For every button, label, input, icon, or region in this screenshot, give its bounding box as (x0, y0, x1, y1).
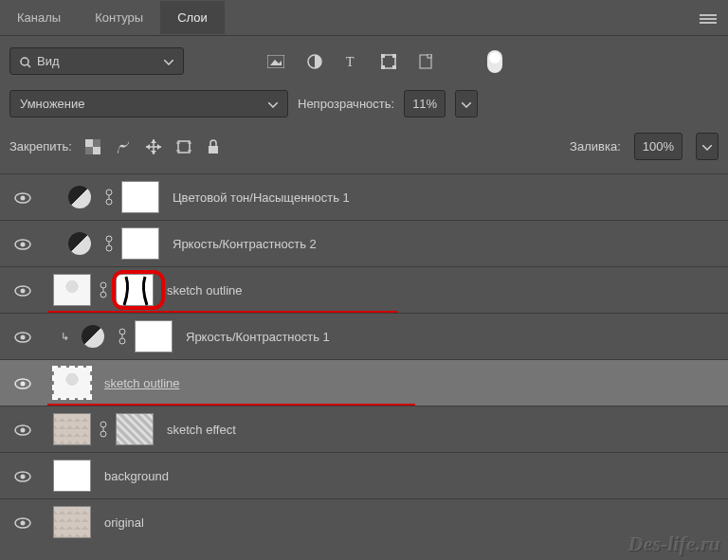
svg-point-29 (21, 196, 26, 201)
mask-thumb[interactable] (135, 320, 173, 352)
fill-label: Заливка: (570, 139, 621, 154)
lock-position-icon[interactable] (146, 138, 161, 154)
svg-point-41 (100, 292, 106, 298)
svg-rect-12 (381, 65, 385, 69)
link-icon (114, 327, 131, 346)
mask-thumb[interactable] (121, 181, 159, 213)
toolbar-row-3: Закрепить: Заливка: 100% (0, 127, 728, 173)
opacity-chevron[interactable] (455, 90, 478, 117)
layer-row-hue-sat[interactable]: Цветовой тон/Насыщенность 1 (0, 173, 728, 220)
svg-point-53 (100, 431, 106, 437)
opacity-label: Непрозрачность: (298, 97, 394, 111)
svg-point-31 (106, 199, 112, 205)
layer-thumb[interactable] (53, 506, 91, 538)
svg-marker-6 (270, 60, 282, 65)
layer-thumb[interactable] (53, 460, 91, 492)
layer-name: original (104, 515, 144, 530)
link-icon (100, 234, 118, 253)
svg-point-49 (21, 382, 26, 387)
lock-artboard-icon[interactable] (176, 138, 191, 154)
tab-layers[interactable]: Слои (160, 1, 225, 34)
lock-transparent-icon[interactable] (85, 138, 100, 154)
visibility-toggle[interactable] (4, 423, 42, 437)
opacity-value: 11% (412, 97, 437, 111)
adjustment-icon (82, 325, 104, 348)
layer-row-background[interactable]: background (0, 452, 728, 498)
visibility-toggle[interactable] (4, 376, 42, 390)
link-icon (100, 188, 118, 207)
layer-name: sketch outline (167, 283, 243, 298)
filter-pixel-icon[interactable] (267, 53, 284, 69)
svg-point-40 (100, 282, 106, 288)
tab-channels[interactable]: Каналы (0, 1, 78, 34)
svg-point-52 (100, 422, 106, 427)
svg-point-45 (119, 329, 125, 334)
visibility-toggle[interactable] (4, 515, 42, 530)
lock-all-icon[interactable] (207, 138, 220, 154)
mask-thumb[interactable] (116, 274, 154, 306)
svg-point-58 (21, 521, 26, 526)
filter-icons: T (267, 53, 432, 69)
svg-point-44 (21, 335, 26, 340)
visibility-toggle[interactable] (4, 237, 42, 251)
svg-rect-27 (209, 146, 218, 154)
svg-point-34 (21, 243, 26, 247)
layer-row-sketch-outline-2[interactable]: sketch outline (0, 359, 728, 406)
layer-name: Цветовой тон/Насыщенность 1 (173, 190, 350, 205)
lock-pixels-icon[interactable] (116, 138, 131, 154)
clip-indicator-icon: ↳ (61, 331, 74, 343)
tab-paths[interactable]: Контуры (78, 1, 160, 34)
layer-thumb[interactable] (53, 367, 91, 399)
filter-adjust-icon[interactable] (307, 53, 322, 69)
visibility-toggle[interactable] (4, 330, 42, 344)
layer-row-bright-contrast-1[interactable]: ↳ Яркость/Контрастность 1 (0, 313, 728, 359)
layer-row-sketch-effect[interactable]: sketch effect (0, 406, 728, 452)
chevron-down-icon (164, 54, 173, 68)
layers-list: Цветовой тон/Насыщенность 1 Яркость/Конт… (0, 173, 728, 545)
layer-name: Яркость/Контрастность 1 (186, 330, 330, 344)
svg-point-35 (106, 236, 112, 242)
visibility-toggle[interactable] (4, 469, 42, 483)
adjustment-icon (68, 232, 91, 255)
svg-point-39 (21, 289, 26, 294)
svg-point-51 (21, 428, 26, 433)
link-icon (95, 420, 112, 439)
filter-shape-icon[interactable] (381, 53, 396, 69)
layer-name: sketch effect (167, 423, 236, 437)
layer-row-sketch-outline-1[interactable]: sketch outline (0, 266, 728, 313)
svg-point-36 (106, 245, 112, 251)
toolbar-row-2: Умножение Непрозрачность: 11% (0, 84, 728, 127)
fill-chevron[interactable] (696, 133, 719, 160)
lock-icons (85, 138, 220, 154)
adjustment-icon (68, 186, 91, 208)
panel-tabs: Каналы Контуры Слои (0, 0, 728, 36)
svg-point-46 (119, 338, 125, 344)
filter-type-icon[interactable]: T (345, 53, 358, 69)
svg-rect-17 (93, 147, 100, 154)
layer-row-original[interactable]: original (0, 498, 728, 545)
link-icon (95, 280, 112, 299)
artboard-toggle[interactable] (487, 50, 502, 73)
view-kind-select[interactable]: Вид (9, 47, 184, 75)
blend-mode-value: Умножение (20, 97, 84, 111)
blend-mode-select[interactable]: Умножение (9, 90, 288, 117)
filter-smart-icon[interactable] (419, 53, 432, 69)
svg-rect-16 (85, 139, 93, 147)
lock-label: Закрепить: (9, 139, 72, 154)
layer-thumb[interactable] (53, 413, 91, 445)
svg-text:T: T (346, 55, 355, 68)
layer-thumb[interactable] (53, 274, 91, 306)
mask-thumb[interactable] (116, 413, 154, 445)
visibility-toggle[interactable] (4, 283, 42, 298)
mask-thumb[interactable] (121, 227, 159, 260)
svg-rect-15 (428, 54, 431, 58)
fill-value-select[interactable]: 100% (634, 133, 682, 160)
svg-rect-13 (392, 65, 396, 69)
layer-row-bright-contrast-2[interactable]: Яркость/Контрастность 2 (0, 220, 728, 266)
toolbar-row-1: Вид T (0, 36, 728, 84)
panel-menu-icon[interactable] (700, 10, 717, 25)
opacity-value-select[interactable]: 11% (404, 90, 446, 117)
layer-name: background (104, 469, 169, 483)
visibility-toggle[interactable] (4, 190, 42, 205)
svg-rect-10 (381, 54, 385, 58)
